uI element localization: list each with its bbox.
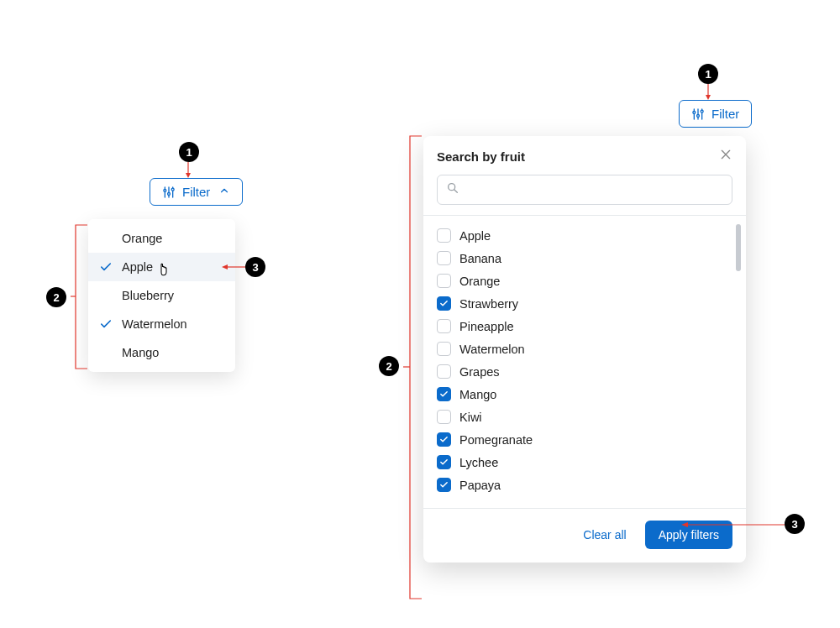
filter-panel: Search by fruit AppleBananaOrangeStrawbe…	[423, 136, 746, 563]
checkbox-row[interactable]: Watermelon	[437, 338, 732, 360]
menu-item-label: Mango	[122, 346, 159, 359]
checkbox-label: Strawberry	[459, 297, 518, 311]
svg-point-14	[697, 114, 700, 117]
sliders-icon	[162, 186, 176, 199]
menu-item[interactable]: Mango	[88, 338, 235, 367]
apply-filters-button[interactable]: Apply filters	[645, 521, 732, 549]
checkbox-label: Pineapple	[459, 320, 514, 333]
checkbox[interactable]	[437, 251, 451, 265]
checkbox-row[interactable]: Strawberry	[437, 292, 732, 315]
annotation-badge: 1	[698, 64, 718, 84]
checkbox-row[interactable]: Lychee	[437, 451, 732, 474]
checkbox[interactable]	[437, 228, 451, 243]
filter-options-list: AppleBananaOrangeStrawberryPineappleWate…	[423, 216, 746, 508]
checkbox-row[interactable]: Mango	[437, 383, 732, 406]
checkbox-label: Pomegranate	[459, 433, 533, 447]
filter-button-expanded[interactable]: Filter	[150, 178, 243, 206]
annotation-badge: 2	[379, 356, 399, 376]
annotation-badge: 2	[46, 287, 66, 307]
check-icon	[98, 345, 113, 360]
filter-button-label: Filter	[711, 107, 739, 121]
checkbox-label: Banana	[459, 252, 501, 265]
svg-point-16	[701, 110, 703, 113]
checkbox[interactable]	[437, 296, 451, 311]
svg-line-20	[454, 190, 458, 193]
search-icon	[446, 181, 459, 198]
svg-point-12	[693, 111, 696, 113]
check-icon	[98, 288, 113, 303]
checkbox[interactable]	[437, 342, 451, 356]
svg-point-5	[171, 188, 174, 191]
svg-point-3	[168, 192, 171, 195]
checkbox-label: Mango	[459, 388, 496, 401]
menu-item-label: Orange	[122, 232, 162, 245]
checkbox-label: Apple	[459, 229, 491, 243]
annotation-badge: 3	[785, 514, 805, 534]
panel-title: Search by fruit	[437, 149, 525, 164]
search-field[interactable]	[466, 182, 723, 197]
checkbox[interactable]	[437, 274, 451, 288]
checkbox-row[interactable]: Banana	[437, 247, 732, 270]
chevron-up-icon	[218, 185, 230, 199]
checkbox[interactable]	[437, 387, 451, 401]
menu-item[interactable]: Orange	[88, 224, 235, 253]
check-icon	[98, 231, 113, 246]
checkbox-label: Grapes	[459, 365, 500, 379]
checkbox-label: Papaya	[459, 479, 501, 492]
checkbox-label: Orange	[459, 275, 500, 288]
filter-button[interactable]: Filter	[679, 100, 752, 128]
filter-menu[interactable]: OrangeAppleBlueberryWatermelonMango	[88, 219, 235, 372]
checkbox-row[interactable]: Pineapple	[437, 315, 732, 338]
checkbox-row[interactable]: Grapes	[437, 360, 732, 383]
svg-point-1	[164, 189, 166, 191]
check-icon	[98, 317, 113, 332]
menu-item-label: Blueberry	[122, 289, 174, 302]
menu-item[interactable]: Watermelon	[88, 310, 235, 338]
checkbox[interactable]	[437, 364, 451, 379]
close-icon[interactable]	[719, 148, 732, 165]
sliders-icon	[691, 107, 705, 121]
checkbox[interactable]	[437, 478, 451, 492]
checkbox-label: Lychee	[459, 456, 498, 469]
checkbox-row[interactable]: Apple	[437, 224, 732, 247]
search-input[interactable]	[437, 175, 732, 205]
annotation-badge: 3	[245, 257, 265, 277]
check-icon	[98, 259, 113, 275]
checkbox-label: Kiwi	[459, 411, 482, 424]
filter-button-label: Filter	[182, 185, 210, 199]
menu-item[interactable]: Blueberry	[88, 281, 235, 310]
checkbox[interactable]	[437, 432, 451, 447]
clear-all-button[interactable]: Clear all	[578, 527, 631, 542]
menu-item-label: Watermelon	[122, 317, 187, 331]
checkbox-label: Watermelon	[459, 343, 525, 356]
checkbox-row[interactable]: Orange	[437, 270, 732, 292]
checkbox[interactable]	[437, 410, 451, 424]
menu-item-label: Apple	[122, 260, 153, 274]
checkbox-row[interactable]: Pomegranate	[437, 428, 732, 451]
checkbox-row[interactable]: Papaya	[437, 474, 732, 496]
pointer-cursor-icon	[156, 260, 171, 277]
checkbox[interactable]	[437, 455, 451, 469]
scrollbar-thumb[interactable]	[736, 224, 741, 271]
checkbox[interactable]	[437, 319, 451, 333]
annotation-badge: 1	[179, 142, 199, 162]
checkbox-row[interactable]: Kiwi	[437, 406, 732, 428]
